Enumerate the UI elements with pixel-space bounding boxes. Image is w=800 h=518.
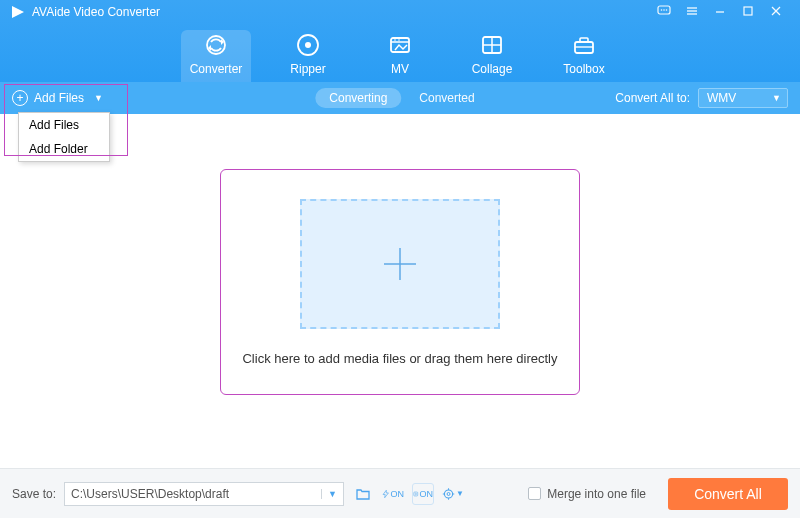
plus-icon <box>378 242 422 286</box>
svg-point-16 <box>305 42 311 48</box>
add-files-dropdown: Add Files Add Folder <box>18 112 110 162</box>
feedback-icon[interactable] <box>650 4 678 21</box>
converter-icon <box>181 30 251 60</box>
mv-icon <box>365 30 435 60</box>
nav-label: Collage <box>457 62 527 76</box>
svg-point-3 <box>663 9 665 11</box>
nav-collage[interactable]: Collage <box>457 30 527 82</box>
dropdown-add-folder[interactable]: Add Folder <box>19 137 109 161</box>
add-files-button[interactable]: + Add Files ▼ <box>12 90 103 106</box>
nav-toolbox[interactable]: Toolbox <box>549 30 619 82</box>
svg-point-31 <box>415 493 417 495</box>
ripper-icon <box>273 30 343 60</box>
nav-converter[interactable]: Converter <box>181 30 251 82</box>
save-path-input[interactable] <box>65 487 321 501</box>
svg-rect-9 <box>744 7 752 15</box>
nav-label: MV <box>365 62 435 76</box>
dropdown-add-files[interactable]: Add Files <box>19 113 109 137</box>
svg-point-20 <box>398 39 400 41</box>
minimize-button[interactable] <box>706 4 734 21</box>
svg-point-33 <box>447 492 450 495</box>
svg-point-19 <box>394 39 396 41</box>
nav-mv[interactable]: MV <box>365 30 435 82</box>
merge-label: Merge into one file <box>547 487 646 501</box>
merge-checkbox[interactable]: Merge into one file <box>528 487 646 501</box>
gpu-accel-icon[interactable]: ON <box>412 483 434 505</box>
dropzone-inner <box>300 199 500 329</box>
svg-point-4 <box>666 9 668 11</box>
close-button[interactable] <box>762 4 790 21</box>
add-files-label: Add Files <box>34 91 84 105</box>
chevron-down-icon: ▼ <box>456 489 464 498</box>
tab-converted[interactable]: Converted <box>409 88 484 108</box>
nav-ripper[interactable]: Ripper <box>273 30 343 82</box>
convert-all-button[interactable]: Convert All <box>668 478 788 510</box>
plus-circle-icon: + <box>12 90 28 106</box>
output-format-value: WMV <box>707 91 736 105</box>
settings-gear-icon[interactable]: ▼ <box>442 483 464 505</box>
dropzone-text: Click here to add media files or drag th… <box>242 351 557 366</box>
save-to-label: Save to: <box>12 487 56 501</box>
svg-marker-0 <box>12 6 24 18</box>
maximize-button[interactable] <box>734 4 762 21</box>
on-badge: ON <box>391 489 405 499</box>
checkbox-icon <box>528 487 541 500</box>
nav-label: Ripper <box>273 62 343 76</box>
svg-point-2 <box>661 9 663 11</box>
svg-rect-25 <box>580 38 588 42</box>
nav-label: Toolbox <box>549 62 619 76</box>
save-path-dropdown[interactable]: ▼ <box>321 489 343 499</box>
tab-converting[interactable]: Converting <box>315 88 401 108</box>
svg-rect-30 <box>414 492 418 496</box>
open-folder-icon[interactable] <box>352 483 374 505</box>
toolbox-icon <box>549 30 619 60</box>
output-format-select[interactable]: WMV ▼ <box>698 88 788 108</box>
svg-marker-29 <box>383 490 388 498</box>
app-logo-icon <box>10 4 26 20</box>
convert-all-to-label: Convert All to: <box>615 91 690 105</box>
app-title: AVAide Video Converter <box>32 5 160 19</box>
chevron-down-icon: ▼ <box>772 93 781 103</box>
chevron-down-icon: ▼ <box>94 93 103 103</box>
menu-icon[interactable] <box>678 4 706 21</box>
fast-mode-icon[interactable]: ON <box>382 483 404 505</box>
collage-icon <box>457 30 527 60</box>
on-badge: ON <box>420 489 434 499</box>
dropzone[interactable]: Click here to add media files or drag th… <box>220 169 580 395</box>
nav-label: Converter <box>181 62 251 76</box>
svg-point-32 <box>444 489 452 497</box>
